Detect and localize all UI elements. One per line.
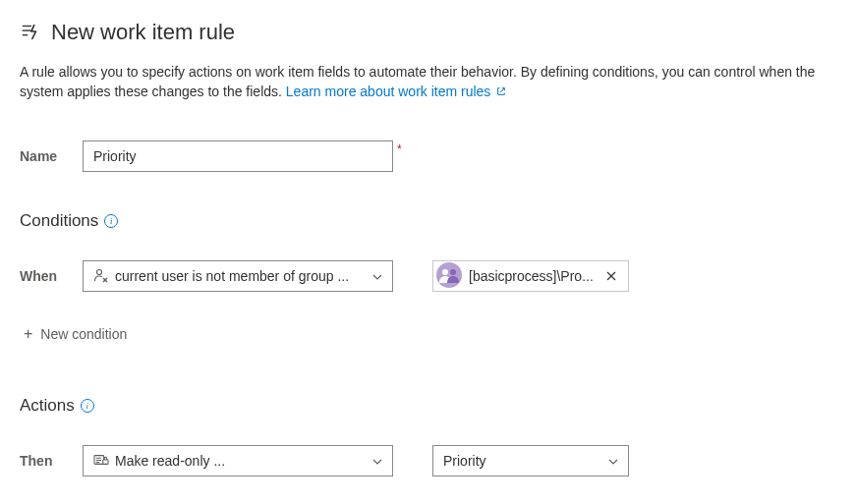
chevron-down-icon — [372, 454, 382, 468]
page-description: A rule allows you to specify actions on … — [20, 63, 834, 101]
action-type-dropdown[interactable]: Make read-only ... — [83, 445, 393, 476]
chevron-down-icon — [608, 454, 618, 468]
new-condition-button[interactable]: + New condition — [20, 321, 834, 347]
group-avatar-icon — [433, 261, 469, 292]
actions-heading: Actions — [20, 396, 75, 416]
svg-point-2 — [442, 269, 448, 275]
svg-point-0 — [97, 269, 102, 274]
group-chip[interactable]: [basicprocess]\Pro... — [432, 260, 629, 292]
svg-point-1 — [436, 262, 462, 288]
rule-icon — [20, 21, 41, 45]
remove-group-button[interactable] — [600, 264, 622, 288]
page-title: New work item rule — [51, 20, 235, 45]
learn-more-link[interactable]: Learn more about work item rules — [286, 84, 506, 99]
group-chip-label: [basicprocess]\Pro... — [469, 268, 600, 284]
person-x-icon — [93, 267, 109, 286]
when-label: When — [20, 268, 83, 284]
chevron-down-icon — [372, 269, 382, 283]
required-indicator: * — [397, 142, 402, 156]
name-input[interactable] — [83, 140, 393, 172]
action-field-dropdown[interactable]: Priority — [432, 445, 629, 476]
info-icon[interactable]: i — [104, 214, 118, 228]
condition-type-dropdown[interactable]: current user is not member of group ... — [83, 260, 393, 292]
readonly-icon — [93, 453, 109, 470]
conditions-heading: Conditions — [20, 211, 98, 231]
info-icon[interactable]: i — [81, 399, 94, 413]
svg-point-3 — [450, 269, 456, 275]
name-label: Name — [20, 148, 83, 164]
external-link-icon — [494, 84, 506, 99]
plus-icon: + — [24, 325, 32, 343]
then-label: Then — [20, 453, 83, 469]
svg-rect-5 — [103, 460, 108, 464]
